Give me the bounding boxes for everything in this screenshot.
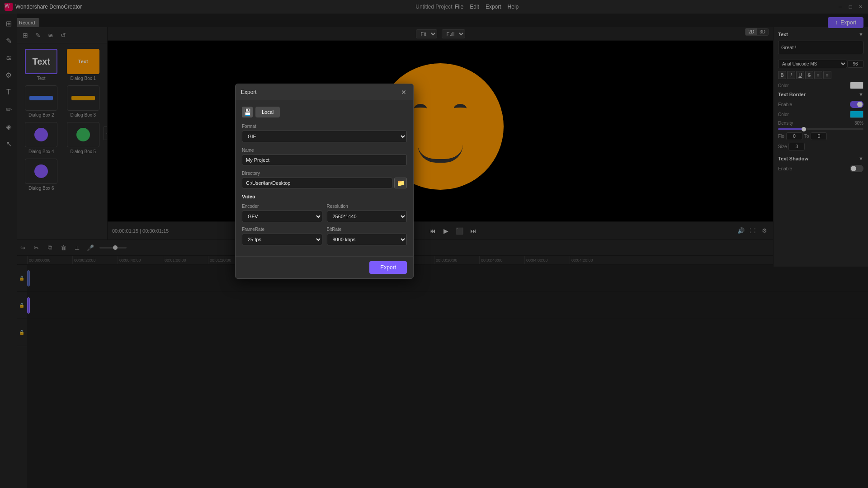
- dialog-footer: Export: [236, 256, 413, 278]
- directory-row: 📁: [242, 178, 407, 188]
- format-select[interactable]: GIF MP4 AVI MOV: [242, 131, 407, 142]
- bitrate-col: BitRate 8000 kbps 4000 kbps 16000 kbps: [327, 227, 407, 245]
- framerate-select[interactable]: 25 fps 30 fps 60 fps: [242, 234, 322, 245]
- directory-label: Directory: [242, 171, 407, 176]
- format-section: Format GIF MP4 AVI MOV: [242, 124, 407, 142]
- resolution-select[interactable]: 2560*1440 868*488 1280*720: [327, 211, 407, 222]
- dialog-export-button[interactable]: Export: [369, 261, 407, 274]
- bitrate-select[interactable]: 8000 kbps 4000 kbps 16000 kbps: [327, 234, 407, 245]
- local-tab[interactable]: Local: [255, 107, 280, 117]
- framerate-label: FrameRate: [242, 227, 322, 232]
- dialog-overlay[interactable]: [0, 0, 868, 488]
- video-section: Video Encoder GFV H.264 H.265 Resolution…: [242, 194, 407, 245]
- encoder-col: Encoder GFV H.264 H.265: [242, 204, 322, 222]
- resolution-label: Resolution: [327, 204, 407, 209]
- browse-button[interactable]: 📁: [394, 178, 407, 188]
- dialog-tabs: 💾 Local: [242, 107, 407, 117]
- encoder-select[interactable]: GFV H.264 H.265: [242, 211, 322, 222]
- directory-input[interactable]: [242, 178, 392, 188]
- dialog-title: Export: [241, 89, 257, 95]
- dialog-header: Export ✕: [236, 84, 413, 100]
- directory-section: Directory 📁: [242, 171, 407, 188]
- dialog-close-button[interactable]: ✕: [400, 88, 408, 96]
- name-input[interactable]: [242, 155, 407, 165]
- encoder-resolution-row: Encoder GFV H.264 H.265 Resolution 2560*…: [242, 204, 407, 222]
- framerate-col: FrameRate 25 fps 30 fps 60 fps: [242, 227, 322, 245]
- framerate-bitrate-row: FrameRate 25 fps 30 fps 60 fps BitRate 8…: [242, 227, 407, 245]
- local-tab-icon: 💾: [242, 107, 253, 117]
- resolution-col: Resolution 2560*1440 868*488 1280*720: [327, 204, 407, 222]
- video-section-title: Video: [242, 194, 407, 199]
- format-label: Format: [242, 124, 407, 129]
- dialog-body: 💾 Local Format GIF MP4 AVI MOV Name Dire…: [236, 100, 413, 256]
- name-section: Name: [242, 148, 407, 165]
- bitrate-label: BitRate: [327, 227, 407, 232]
- name-label: Name: [242, 148, 407, 153]
- encoder-label: Encoder: [242, 204, 322, 209]
- export-dialog: Export ✕ 💾 Local Format GIF MP4 AVI MOV …: [235, 84, 414, 279]
